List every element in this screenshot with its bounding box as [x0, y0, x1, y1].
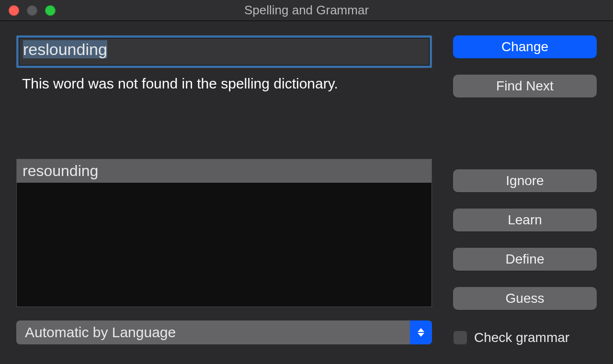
suggestion-item[interactable]: resounding — [17, 159, 431, 183]
zoom-window-button[interactable] — [45, 5, 56, 16]
language-select-value: Automatic by Language — [25, 324, 176, 341]
check-grammar-checkbox[interactable] — [453, 331, 467, 345]
misspelled-word-field-wrap: reslounding — [16, 35, 432, 68]
updown-stepper-icon[interactable] — [410, 320, 432, 344]
change-button[interactable]: Change — [453, 35, 597, 58]
misspelled-word-input[interactable]: reslounding — [19, 38, 430, 66]
status-message: This word was not found in the spelling … — [22, 76, 432, 92]
define-button[interactable]: Define — [453, 248, 597, 271]
chevron-up-icon — [418, 328, 424, 332]
titlebar: Spelling and Grammar — [0, 0, 613, 21]
misspelled-word-value: reslounding — [23, 40, 107, 58]
close-window-button[interactable] — [9, 5, 19, 16]
ignore-button[interactable]: Ignore — [453, 169, 597, 192]
window-title: Spelling and Grammar — [0, 3, 613, 18]
check-grammar-label: Check grammar — [474, 330, 569, 345]
suggestions-list[interactable]: resounding — [16, 159, 432, 307]
language-select[interactable]: Automatic by Language — [16, 320, 432, 344]
learn-button[interactable]: Learn — [453, 209, 597, 232]
chevron-down-icon — [418, 333, 424, 337]
guess-button[interactable]: Guess — [453, 287, 597, 310]
minimize-window-button[interactable] — [27, 5, 37, 16]
window-controls — [9, 5, 56, 16]
find-next-button[interactable]: Find Next — [453, 75, 597, 98]
check-grammar-row: Check grammar — [453, 330, 597, 345]
